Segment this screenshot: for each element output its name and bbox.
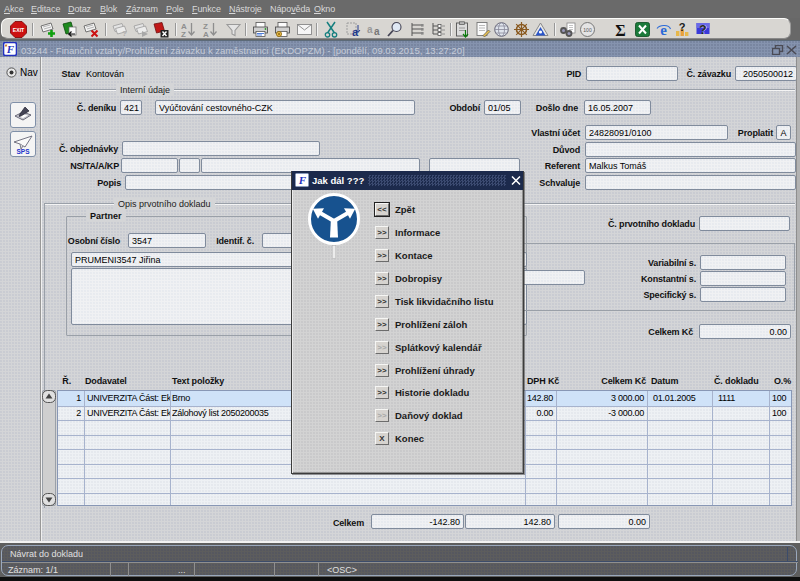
svg-text:e: e <box>660 22 667 38</box>
svg-text:?: ? <box>699 23 706 37</box>
svg-text:?: ? <box>122 29 127 38</box>
svg-text:F: F <box>298 174 307 186</box>
svg-text:a: a <box>374 26 380 37</box>
svg-text:Σ: Σ <box>615 22 625 39</box>
svg-text:A: A <box>203 30 209 38</box>
svg-text:EXIT: EXIT <box>13 27 25 33</box>
svg-text:a: a <box>367 24 373 35</box>
svg-text:SPS: SPS <box>16 148 30 155</box>
svg-text:?: ? <box>679 21 686 33</box>
svg-text:100: 100 <box>583 27 592 33</box>
svg-text:Z: Z <box>181 30 186 38</box>
